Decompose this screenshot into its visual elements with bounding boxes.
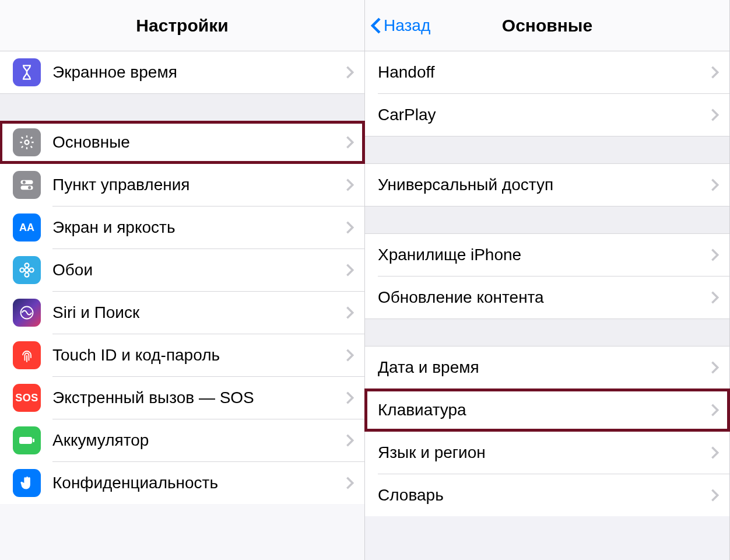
row-label: Экстренный вызов — SOS (52, 388, 346, 407)
hand-icon (13, 469, 41, 497)
battery-icon (13, 426, 41, 454)
row-sos[interactable]: SOS Экстренный вызов — SOS (0, 377, 364, 419)
row-label: Язык и регион (378, 443, 711, 462)
chevron-right-icon (346, 476, 354, 490)
row-keyboard[interactable]: Клавиатура (365, 389, 729, 431)
general-group-2: Хранилище iPhone Обновление контента (365, 234, 729, 318)
chevron-right-icon (711, 360, 719, 374)
row-siri[interactable]: Siri и Поиск (0, 292, 364, 334)
row-label: Хранилище iPhone (378, 246, 711, 264)
chevron-right-icon (711, 446, 719, 460)
row-label: Дата и время (378, 358, 711, 377)
svg-point-5 (25, 268, 29, 272)
row-label: Обновление контента (378, 288, 711, 307)
general-group-0: Handoff CarPlay (365, 51, 729, 136)
row-label: Конфиденциальность (52, 474, 346, 492)
section-gap (365, 318, 729, 346)
row-privacy[interactable]: Конфиденциальность (0, 462, 364, 504)
row-control-center[interactable]: Пункт управления (0, 164, 364, 206)
svg-point-6 (25, 263, 29, 267)
aa-icon: AA (13, 214, 41, 242)
row-screentime[interactable]: Экранное время (0, 51, 364, 93)
row-label: Пункт управления (52, 176, 346, 194)
row-label: Экран и яркость (52, 218, 346, 237)
chevron-right-icon (346, 135, 354, 149)
header: Настройки (0, 0, 364, 51)
row-accessibility[interactable]: Универсальный доступ (365, 164, 729, 206)
chevron-right-icon (346, 433, 354, 447)
svg-point-0 (25, 141, 29, 145)
row-language[interactable]: Язык и регион (365, 432, 729, 474)
chevron-right-icon (346, 348, 354, 362)
section-gap (365, 136, 729, 164)
flower-icon (13, 256, 41, 284)
settings-group-1: Основные Пункт управления AA Экран и ярк… (0, 121, 364, 504)
general-pane: Назад Основные Handoff CarPlay Универсал… (365, 0, 730, 560)
chevron-right-icon (346, 220, 354, 235)
section-gap (365, 206, 729, 234)
fingerprint-icon (13, 341, 41, 369)
chevron-right-icon (346, 65, 354, 79)
general-group-3: Дата и время Клавиатура Язык и регион Сл… (365, 346, 729, 516)
chevron-right-icon (346, 178, 354, 192)
svg-point-9 (30, 268, 34, 272)
row-refresh[interactable]: Обновление контента (365, 276, 729, 318)
page-title: Настройки (136, 16, 228, 36)
row-battery[interactable]: Аккумулятор (0, 419, 364, 461)
back-label: Назад (384, 16, 430, 35)
row-datetime[interactable]: Дата и время (365, 346, 729, 388)
row-general[interactable]: Основные (0, 121, 364, 163)
chevron-left-icon (371, 17, 381, 34)
chevron-right-icon (346, 263, 354, 277)
general-group-1: Универсальный доступ (365, 164, 729, 206)
section-gap (0, 93, 364, 121)
back-button[interactable]: Назад (371, 16, 430, 35)
row-label: Универсальный доступ (378, 176, 711, 194)
row-wallpaper[interactable]: Обои (0, 249, 364, 291)
gear-icon (13, 128, 41, 156)
svg-point-8 (20, 268, 24, 272)
row-label: Словарь (378, 486, 711, 505)
chevron-right-icon (711, 248, 719, 262)
siri-icon (13, 299, 41, 327)
sos-icon: SOS (13, 384, 41, 412)
svg-point-2 (23, 181, 26, 184)
row-storage[interactable]: Хранилище iPhone (365, 234, 729, 276)
row-label: Аккумулятор (52, 431, 346, 450)
row-label: CarPlay (378, 106, 711, 124)
hourglass-icon (13, 58, 41, 86)
row-label: Обои (52, 261, 346, 279)
chevron-right-icon (711, 488, 719, 502)
row-label: Siri и Поиск (52, 303, 346, 322)
row-label: Handoff (378, 63, 711, 82)
row-touchid[interactable]: Touch ID и код-пароль (0, 334, 364, 376)
row-label: Основные (52, 133, 346, 152)
settings-pane: Настройки Экранное время Основные Пункт … (0, 0, 365, 560)
svg-rect-1 (21, 180, 33, 184)
svg-rect-3 (21, 186, 33, 190)
svg-rect-12 (33, 439, 34, 442)
chevron-right-icon (346, 391, 354, 405)
header: Назад Основные (365, 0, 729, 51)
chevron-right-icon (346, 306, 354, 320)
svg-rect-11 (19, 437, 32, 444)
toggles-icon (13, 171, 41, 199)
row-display[interactable]: AA Экран и яркость (0, 206, 364, 249)
settings-group-0: Экранное время (0, 51, 364, 93)
row-label: Touch ID и код-пароль (52, 346, 346, 365)
row-carplay[interactable]: CarPlay (365, 94, 729, 136)
chevron-right-icon (711, 108, 719, 122)
chevron-right-icon (711, 178, 719, 192)
svg-point-4 (28, 186, 31, 189)
chevron-right-icon (711, 65, 719, 79)
chevron-right-icon (711, 403, 719, 417)
row-handoff[interactable]: Handoff (365, 51, 729, 93)
row-dictionary[interactable]: Словарь (365, 474, 729, 516)
row-label: Клавиатура (378, 401, 711, 419)
svg-point-7 (25, 273, 29, 277)
row-label: Экранное время (52, 63, 346, 82)
page-title: Основные (502, 16, 592, 36)
chevron-right-icon (711, 290, 719, 304)
